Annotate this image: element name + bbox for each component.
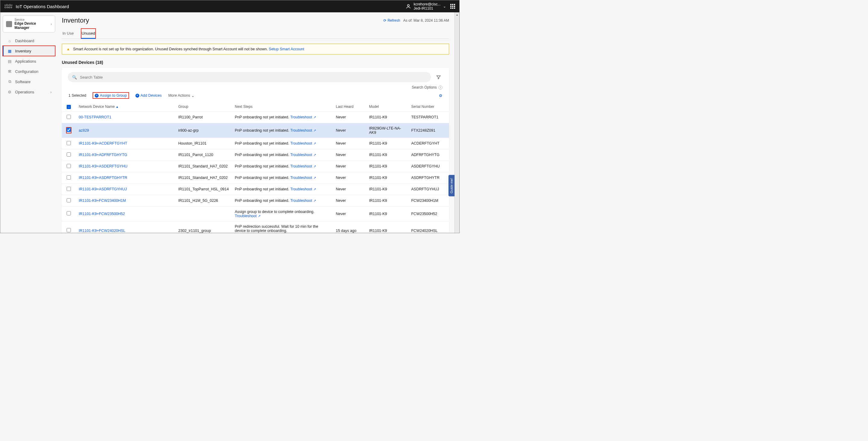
troubleshoot-link[interactable]: Troubleshoot [290, 153, 316, 157]
cell-model: IR1101-K9 [366, 195, 408, 206]
sidebar-item-label: Inventory [15, 49, 31, 53]
sidebar-item-applications[interactable]: ▤ Applications [3, 56, 55, 66]
row-checkbox[interactable] [67, 198, 71, 202]
cell-heard: 15 days ago [333, 221, 366, 233]
search-input[interactable] [80, 75, 427, 79]
external-link-icon [313, 128, 316, 133]
row-checkbox[interactable] [67, 164, 71, 168]
sidebar-item-label: Configuration [15, 69, 38, 74]
row-checkbox[interactable] [67, 128, 71, 132]
troubleshoot-link[interactable]: Troubleshoot [290, 176, 316, 180]
device-name-link[interactable]: IR1101-K9+ASDRFTGHYTR [79, 176, 127, 180]
cell-group: ir800-az-grp [175, 123, 231, 138]
setup-smart-account-link[interactable]: Setup Smart Account [269, 47, 304, 51]
device-name-link[interactable]: 00-TESTPARROT1 [79, 115, 111, 119]
filter-button[interactable] [434, 73, 443, 81]
device-name-link[interactable]: IR1101-K9+FCW23500H52 [79, 212, 125, 216]
external-link-icon [313, 153, 316, 157]
cell-serial: ASDRFTGHYTR [408, 172, 449, 183]
sidebar-item-configuration[interactable]: 🛠 Configuration [3, 66, 55, 76]
troubleshoot-link[interactable]: Troubleshoot [290, 199, 316, 203]
row-checkbox[interactable] [67, 175, 71, 179]
device-name-link[interactable]: IR1101-K9+ASDRFTGYHUJ [79, 187, 127, 191]
device-name-link[interactable]: IR1101-K9+ACDERFTGYHT [79, 141, 127, 145]
cell-serial: TESTPARROT1 [408, 111, 449, 123]
sidebar-item-label: Applications [15, 59, 36, 64]
refresh-button[interactable]: ⟳ Refresh [383, 19, 400, 23]
column-header-serial[interactable]: Serial Number [408, 102, 449, 111]
add-label: Add Devices [141, 93, 162, 98]
gear-icon: ⚙ [439, 94, 442, 98]
table-row: az829 ir800-az-grp PnP onboarding not ye… [62, 123, 449, 138]
cell-next: PnP redirection successful. Wait for 10 … [231, 221, 333, 233]
column-header-next[interactable]: Next Steps [231, 102, 333, 111]
row-checkbox[interactable] [67, 152, 71, 157]
device-name-link[interactable]: IR1101-K9+FCW23400H1M [79, 199, 126, 203]
column-header-group[interactable]: Group [175, 102, 231, 111]
device-name-link[interactable]: IR1101-K9+FCW24020HSL [79, 229, 125, 233]
sidebar-item-label: Software [15, 79, 30, 84]
sidebar-item-operations[interactable]: ⚙ Operations › [3, 87, 55, 97]
cell-next: PnP onboarding not yet initiated. Troubl… [231, 123, 333, 138]
table-settings-button[interactable]: ⚙ [439, 93, 442, 98]
row-checkbox[interactable] [67, 211, 71, 215]
svg-point-0 [407, 4, 409, 6]
guide-me-tab[interactable]: Guide me! [448, 175, 455, 196]
page-title: Inventory [62, 16, 89, 24]
column-header-name[interactable]: Network Device Name▲ [76, 102, 175, 111]
troubleshoot-link[interactable]: Troubleshoot [290, 164, 316, 168]
troubleshoot-link[interactable]: Troubleshoot [235, 233, 260, 233]
info-icon[interactable]: i [438, 86, 442, 90]
tab-in-use[interactable]: In Use [62, 29, 74, 39]
troubleshoot-link[interactable]: Troubleshoot [290, 141, 316, 145]
external-link-icon [313, 199, 316, 203]
asof-timestamp: As of: Mar 8, 2024 11:36 AM [403, 19, 449, 23]
scroll-up-arrow[interactable]: ▲ [455, 12, 459, 17]
sidebar-item-dashboard[interactable]: ⌂ Dashboard [3, 36, 55, 46]
browser-scrollbar[interactable]: ▲ [455, 12, 459, 233]
tabs: In Use Unused [62, 29, 449, 39]
device-name-link[interactable]: IR1101-K9+ASDERFTGYHU [79, 164, 128, 168]
apps-grid-icon[interactable] [450, 4, 455, 9]
column-header-heard[interactable]: Last Heard [333, 102, 366, 111]
sidebar: Service Edge Device Manager › ⌂ Dashboar… [0, 12, 58, 233]
assign-to-group-button[interactable]: + Assign to Group [93, 93, 129, 99]
main-content: Inventory ⟳ Refresh As of: Mar 8, 2024 1… [58, 12, 455, 233]
column-header-model[interactable]: Model [366, 102, 408, 111]
search-options-link[interactable]: Search Options [412, 85, 437, 90]
cell-group: IR1100_Parrot [175, 111, 231, 123]
refresh-icon: ⟳ [383, 19, 386, 23]
cell-group: IR1101_TopParrot_HSL_0914 [175, 183, 231, 195]
row-checkbox[interactable] [67, 141, 71, 145]
device-name-link[interactable]: az829 [79, 128, 89, 133]
table-row: 00-TESTPARROT1 IR1100_Parrot PnP onboard… [62, 111, 449, 123]
user-menu[interactable]: kcrehore@cisc... Jedi-IR1101 ⌄ [406, 2, 446, 10]
table-row: IR1101-K9+ASDERFTGYHU IR1101_Standard_HA… [62, 161, 449, 172]
troubleshoot-link[interactable]: Troubleshoot [290, 128, 316, 133]
row-checkbox[interactable] [67, 187, 71, 191]
external-link-icon [313, 115, 316, 119]
select-all-checkbox[interactable]: – [67, 105, 71, 109]
row-checkbox[interactable] [67, 115, 71, 119]
external-link-icon [313, 164, 316, 168]
cell-serial: ACDERFTGYHT [408, 138, 449, 149]
add-devices-button[interactable]: + Add Devices [135, 93, 162, 98]
cell-next: PnP onboarding not yet initiated. Troubl… [231, 183, 333, 195]
search-box[interactable]: 🔍 [68, 72, 431, 82]
troubleshoot-link[interactable]: Troubleshoot [235, 214, 260, 218]
service-switcher[interactable]: Service Edge Device Manager › [3, 15, 55, 33]
devices-panel: 🔍 Search Options i 1 Selected + Assign [62, 68, 449, 233]
cell-heard: Never [333, 206, 366, 221]
device-name-link[interactable]: IR1101-K9+ADFRFTGHYTG [79, 153, 127, 157]
cell-next: PnP onboarding not yet initiated. Troubl… [231, 172, 333, 183]
selection-count: 1 Selected [68, 93, 86, 98]
sidebar-item-software[interactable]: ⧉ Software [3, 76, 55, 87]
cell-group: 2302_ir1101_group [175, 221, 231, 233]
troubleshoot-link[interactable]: Troubleshoot [290, 187, 316, 191]
sidebar-item-inventory[interactable]: ▦ Inventory [3, 46, 55, 56]
more-actions-menu[interactable]: More Actions ⌄ [168, 93, 194, 98]
troubleshoot-link[interactable]: Troubleshoot [290, 115, 316, 119]
cell-serial: FTX2248Z091 [408, 123, 449, 138]
tab-unused[interactable]: Unused [81, 29, 96, 39]
row-checkbox[interactable] [67, 228, 71, 232]
